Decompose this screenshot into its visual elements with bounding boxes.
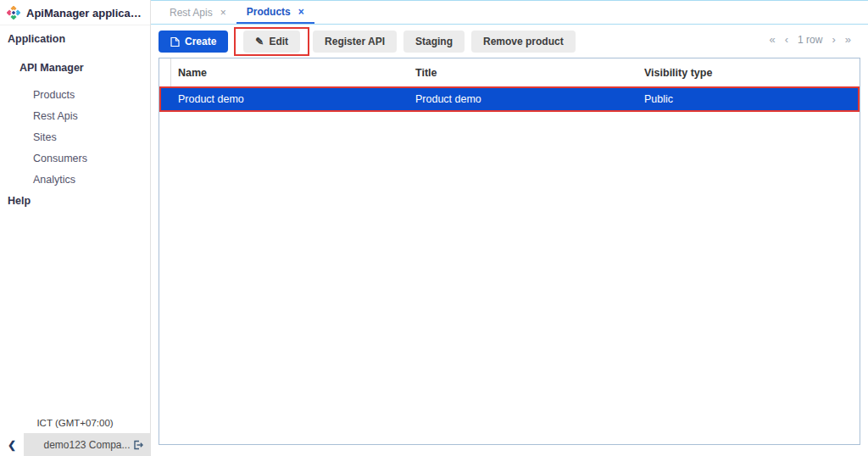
- document-icon: [170, 36, 180, 47]
- account-switcher[interactable]: demo123 Compa...: [24, 433, 150, 456]
- column-header-name[interactable]: Name: [171, 67, 409, 79]
- create-button[interactable]: Create: [159, 31, 228, 53]
- table-header-row: Name Title Visibility type: [159, 58, 860, 86]
- first-page-button[interactable]: «: [770, 33, 776, 46]
- cell-visibility: Public: [637, 93, 858, 105]
- tab-products[interactable]: Products ×: [236, 1, 314, 24]
- tab-rest-apis[interactable]: Rest Apis ×: [159, 1, 236, 24]
- chevron-left-icon: ❮: [8, 439, 16, 451]
- staging-button[interactable]: Staging: [403, 31, 465, 53]
- sidebar: ApiManager applicati... Application API …: [0, 0, 151, 456]
- timezone-label: ICT (GMT+07:00): [0, 418, 150, 428]
- sidebar-footer: ❮ demo123 Compa...: [0, 433, 150, 456]
- cell-title: Product demo: [409, 93, 637, 105]
- sidebar-item-sites[interactable]: Sites: [0, 127, 150, 148]
- collapse-sidebar-button[interactable]: ❮: [0, 433, 24, 456]
- edit-button[interactable]: ✎ Edit: [243, 31, 300, 53]
- edit-button-label: Edit: [269, 36, 288, 47]
- tab-bar: Rest Apis × Products ×: [151, 0, 868, 25]
- app-title: ApiManager applicati...: [26, 7, 143, 19]
- select-column-header: [159, 58, 171, 86]
- prev-page-button[interactable]: ‹: [785, 33, 788, 46]
- last-page-button[interactable]: »: [845, 33, 851, 46]
- pagination: « ‹ 1 row › »: [770, 33, 852, 46]
- column-header-visibility[interactable]: Visibility type: [637, 67, 860, 79]
- row-count-label: 1 row: [798, 34, 822, 46]
- table-row[interactable]: Product demo Product demo Public: [159, 86, 860, 112]
- products-table: Name Title Visibility type Product demo …: [159, 58, 860, 445]
- main-content: Rest Apis × Products × Create: [151, 0, 868, 456]
- logout-icon[interactable]: [133, 440, 143, 450]
- app-header: ApiManager applicati...: [0, 0, 150, 25]
- sidebar-item-consumers[interactable]: Consumers: [0, 148, 150, 170]
- next-page-button[interactable]: ›: [832, 33, 835, 46]
- close-icon[interactable]: ×: [298, 6, 304, 18]
- cell-name: Product demo: [171, 93, 409, 105]
- remove-product-button[interactable]: Remove product: [471, 31, 576, 53]
- sidebar-item-analytics[interactable]: Analytics: [0, 170, 150, 191]
- close-icon[interactable]: ×: [220, 7, 226, 19]
- sidebar-section-help[interactable]: Help: [0, 192, 150, 209]
- register-api-button[interactable]: Register API: [313, 31, 397, 53]
- sidebar-group-api-manager[interactable]: API Manager: [0, 59, 150, 76]
- tab-products-label: Products: [247, 6, 291, 18]
- sidebar-section-application: Application: [0, 31, 150, 47]
- row-select-cell: [161, 88, 171, 110]
- register-api-button-label: Register API: [325, 36, 385, 47]
- tab-rest-apis-label: Rest Apis: [170, 7, 213, 19]
- sidebar-item-products[interactable]: Products: [0, 85, 150, 106]
- remove-product-button-label: Remove product: [483, 36, 564, 47]
- annotation-box-edit: ✎ Edit: [234, 27, 309, 56]
- staging-button-label: Staging: [415, 36, 453, 47]
- column-header-title[interactable]: Title: [409, 67, 637, 79]
- account-label: demo123 Compa...: [43, 439, 130, 451]
- pencil-icon: ✎: [255, 36, 264, 47]
- app-window: ApiManager applicati... Application API …: [0, 0, 868, 456]
- sidebar-item-rest-apis[interactable]: Rest Apis: [0, 106, 150, 127]
- sidebar-nav: Products Rest Apis Sites Consumers Analy…: [0, 85, 150, 191]
- app-logo-icon: [7, 6, 20, 19]
- create-button-label: Create: [185, 36, 216, 47]
- toolbar: Create ✎ Edit Register API Staging Remov…: [159, 27, 576, 56]
